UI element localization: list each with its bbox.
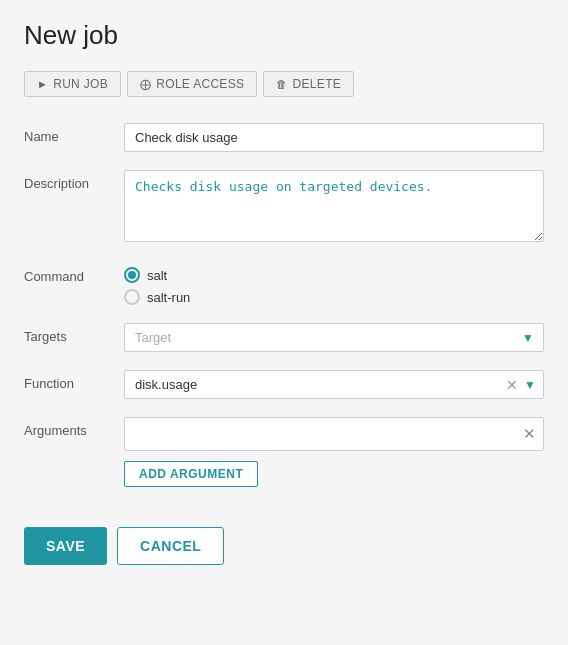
command-radio-group: salt salt-run [124, 263, 544, 305]
function-icons: ✕ ▼ [506, 377, 536, 393]
function-dropdown-icon[interactable]: ▼ [524, 378, 536, 392]
name-input[interactable] [124, 123, 544, 152]
cancel-button[interactable]: CANCEL [117, 527, 224, 565]
function-input[interactable] [124, 370, 544, 399]
description-textarea[interactable] [124, 170, 544, 242]
role-access-button[interactable]: ⨁ ROLE ACCESS [127, 71, 257, 97]
function-label: Function [24, 370, 124, 391]
toolbar: ► RUN JOB ⨁ ROLE ACCESS 🗑 DELETE [24, 71, 544, 97]
add-argument-button[interactable]: ADD ARGUMENT [124, 461, 258, 487]
description-control [124, 170, 544, 245]
command-control: salt salt-run [124, 263, 544, 305]
delete-icon: 🗑 [276, 78, 287, 90]
role-access-icon: ⨁ [140, 78, 151, 91]
delete-button[interactable]: 🗑 DELETE [263, 71, 354, 97]
command-row: Command salt salt-run [24, 263, 544, 305]
footer-buttons: SAVE CANCEL [24, 517, 544, 565]
name-label: Name [24, 123, 124, 144]
role-access-label: ROLE ACCESS [156, 77, 244, 91]
name-row: Name [24, 123, 544, 152]
targets-row: Targets Target ▼ [24, 323, 544, 352]
command-label: Command [24, 263, 124, 284]
function-control: ✕ ▼ [124, 370, 544, 399]
arguments-clear-icon[interactable]: ✕ [523, 425, 536, 443]
run-job-button[interactable]: ► RUN JOB [24, 71, 121, 97]
description-row: Description [24, 170, 544, 245]
delete-label: DELETE [293, 77, 341, 91]
command-salt-radio[interactable] [124, 267, 140, 283]
function-clear-icon[interactable]: ✕ [506, 377, 518, 393]
function-row: Function ✕ ▼ [24, 370, 544, 399]
targets-control: Target ▼ [124, 323, 544, 352]
command-salt-run-option[interactable]: salt-run [124, 289, 544, 305]
cancel-label: CANCEL [140, 538, 201, 554]
add-argument-label: ADD ARGUMENT [139, 467, 243, 481]
arguments-input[interactable] [124, 417, 544, 451]
function-input-wrap: ✕ ▼ [124, 370, 544, 399]
command-salt-label: salt [147, 268, 167, 283]
arguments-label: Arguments [24, 417, 124, 438]
description-label: Description [24, 170, 124, 191]
save-button[interactable]: SAVE [24, 527, 107, 565]
command-salt-run-label: salt-run [147, 290, 190, 305]
save-label: SAVE [46, 538, 85, 554]
arguments-row: Arguments ✕ ADD ARGUMENT [24, 417, 544, 487]
name-control [124, 123, 544, 152]
page-container: New job ► RUN JOB ⨁ ROLE ACCESS 🗑 DELETE… [0, 0, 568, 645]
run-job-icon: ► [37, 78, 48, 90]
page-title: New job [24, 20, 544, 51]
targets-label: Targets [24, 323, 124, 344]
targets-select[interactable]: Target [124, 323, 544, 352]
arguments-input-wrap: ✕ [124, 417, 544, 451]
run-job-label: RUN JOB [53, 77, 108, 91]
targets-select-wrap: Target ▼ [124, 323, 544, 352]
command-salt-run-radio[interactable] [124, 289, 140, 305]
command-salt-option[interactable]: salt [124, 267, 544, 283]
arguments-control: ✕ ADD ARGUMENT [124, 417, 544, 487]
